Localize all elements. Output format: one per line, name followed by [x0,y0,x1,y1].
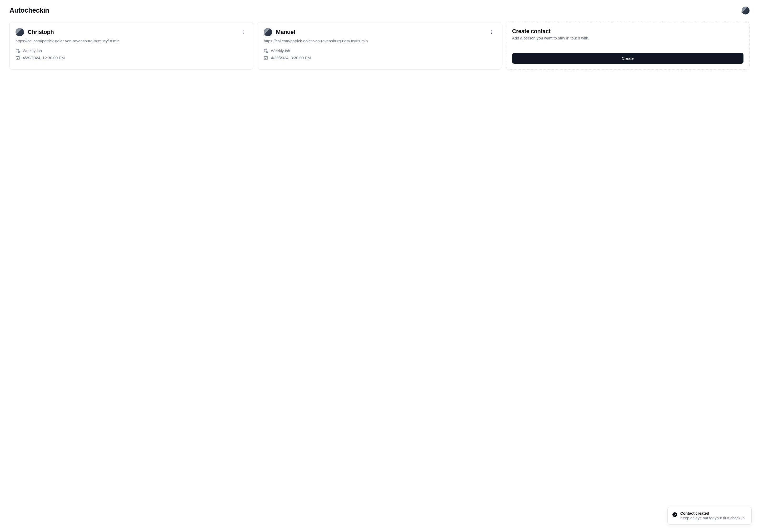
contact-avatar [16,28,24,36]
svg-point-2 [243,33,244,34]
calendar-check-icon [16,56,20,60]
contact-card: Christoph https://cal.com/patrick-goler-… [10,22,253,70]
toast-subtitle: Keep an eye out for your first check-in. [680,516,745,520]
svg-point-7 [491,32,492,32]
svg-point-1 [243,32,244,32]
contact-next-row: 4/29/2024, 3:30:00 PM [264,56,495,60]
user-avatar[interactable] [741,7,749,15]
contact-more-button[interactable] [239,28,247,36]
create-contact-subtitle: Add a person you want to stay in touch w… [512,36,743,40]
contact-cadence: Weekly-ish [271,49,290,53]
contact-name: Christoph [28,29,54,35]
create-contact-title: Create contact [512,28,743,35]
more-vertical-icon [490,30,494,34]
contact-more-button[interactable] [488,28,495,36]
calendar-clock-icon [264,49,268,53]
contact-link: https://cal.com/patrick-goler-von-ravens… [264,38,495,44]
contacts-grid: Christoph https://cal.com/patrick-goler-… [10,22,749,70]
svg-rect-9 [264,50,267,52]
svg-point-0 [243,31,244,31]
contact-next-row: 4/29/2024, 12:30:00 PM [16,56,247,60]
calendar-clock-icon [16,49,20,53]
svg-rect-3 [16,50,19,52]
contact-avatar [264,28,272,36]
check-circle-icon [672,512,677,517]
contact-link: https://cal.com/patrick-goler-von-ravens… [16,38,247,44]
contact-cadence: Weekly-ish [22,49,42,53]
calendar-check-icon [264,56,268,60]
toast-title: Contact created [680,511,745,515]
contact-cadence-row: Weekly-ish [264,49,495,53]
contact-card: Manuel https://cal.com/patrick-goler-von… [258,22,501,70]
contact-cadence-row: Weekly-ish [16,49,247,53]
create-contact-card: Create contact Add a person you want to … [506,22,749,70]
app-header: Autocheckin [10,6,749,15]
app-title: Autocheckin [10,6,49,15]
svg-point-8 [491,33,492,34]
toast: Contact created Keep an eye out for your… [667,507,752,525]
svg-rect-11 [264,57,268,59]
create-contact-button[interactable]: Create [512,53,743,64]
contact-next: 4/29/2024, 3:30:00 PM [271,56,311,60]
contact-name: Manuel [276,29,295,35]
contact-next: 4/29/2024, 12:30:00 PM [22,56,65,60]
svg-rect-5 [16,57,20,59]
more-vertical-icon [241,30,245,34]
svg-point-6 [491,31,492,31]
